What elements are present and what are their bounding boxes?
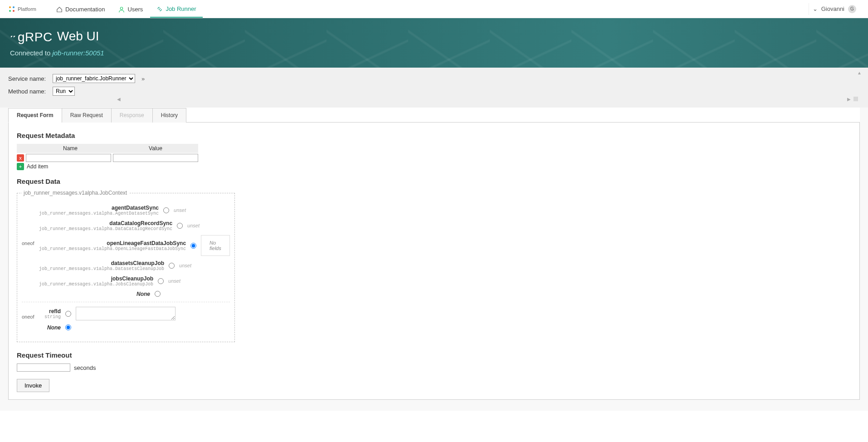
connected-address: job-runner:50051: [52, 49, 104, 57]
radio-none-2[interactable]: [65, 324, 71, 330]
svg-point-4: [121, 7, 123, 9]
metadata-col-name: Name: [28, 144, 113, 153]
method-name-label: Method name:: [8, 88, 48, 95]
add-item-label: Add item: [27, 163, 48, 170]
radio-none-1[interactable]: [155, 291, 161, 297]
radio-jobs-cleanup[interactable]: [158, 278, 164, 284]
scroll-thumb[interactable]: [853, 97, 858, 101]
grpc-logo: gRPC: [10, 30, 53, 44]
option-value: unset: [179, 263, 191, 268]
tab-request-form[interactable]: Request Form: [8, 108, 62, 123]
option-value: unset: [174, 207, 186, 213]
tab-response: Response: [111, 108, 153, 123]
user-name: Giovanni: [821, 5, 844, 12]
method-name-select[interactable]: Run: [53, 87, 75, 96]
user-icon: [118, 6, 125, 13]
brand[interactable]: Platform: [8, 5, 36, 13]
remove-row-button[interactable]: x: [17, 154, 24, 162]
link-icon: [156, 6, 163, 12]
brand-label: Platform: [18, 6, 36, 12]
option-value: unset: [168, 278, 180, 284]
avatar: G: [848, 5, 856, 13]
panel-request-form: Request Metadata Name Value x + Add item…: [8, 123, 860, 400]
controls: ▲ Service name: job_runner_fabric.JobRun…: [0, 68, 868, 108]
page-subtitle: Web UI: [57, 29, 99, 44]
request-data-title: Request Data: [17, 177, 851, 185]
request-metadata-title: Request Metadata: [17, 132, 851, 139]
oneof-group-2: oneof refId string None: [22, 302, 230, 335]
home-icon: [56, 6, 63, 13]
nav-label: Job Runner: [166, 5, 196, 12]
option-datasets-cleanup-job: datasetsCleanupJob job_runner_messages.v…: [39, 260, 230, 271]
service-name-label: Service name:: [8, 75, 48, 82]
oneof-label: oneof: [22, 204, 35, 246]
hscroll[interactable]: ◀ ▶: [8, 99, 860, 104]
nav-item-users[interactable]: Users: [112, 0, 149, 18]
scroll-up-icon[interactable]: ▲: [857, 70, 862, 75]
metadata-table: Name Value x + Add item: [17, 144, 198, 170]
metadata-col-value: Value: [113, 144, 198, 153]
timeout-row: seconds: [17, 363, 851, 372]
ref-id-input[interactable]: [76, 307, 176, 320]
option-data-catalog-record-sync: dataCatalogRecordSync job_runner_message…: [39, 220, 230, 231]
topbar: Platform Documentation Users Job Runner …: [0, 0, 868, 18]
chevron-down-icon: ⌄: [813, 5, 818, 12]
option-agent-dataset-sync: agentDatasetSync job_runner_messages.v1a…: [39, 204, 230, 216]
user-menu[interactable]: ⌄ Giovanni G: [809, 3, 860, 15]
oneof-group-1: oneof agentDatasetSync job_runner_messag…: [22, 200, 230, 302]
page-title: gRPC Web UI: [10, 29, 858, 44]
add-row-button[interactable]: +: [17, 163, 24, 170]
metadata-value-input[interactable]: [113, 154, 198, 162]
service-name-select[interactable]: job_runner_fabric.JobRunner: [53, 74, 135, 83]
option-none-2: None: [39, 324, 230, 331]
option-none-1: None: [39, 290, 230, 297]
radio-ref-id[interactable]: [65, 311, 71, 317]
add-item-row[interactable]: + Add item: [17, 163, 198, 170]
nav-item-job-runner[interactable]: Job Runner: [150, 0, 202, 18]
metadata-name-input[interactable]: [26, 154, 111, 162]
invoke-button[interactable]: Invoke: [17, 379, 49, 392]
content: Request Form Raw Request Response Histor…: [0, 108, 868, 411]
connected-status: Connected to job-runner:50051: [10, 49, 858, 57]
tabs: Request Form Raw Request Response Histor…: [8, 108, 860, 123]
oneof-label: oneof: [22, 307, 35, 319]
radio-open-lineage[interactable]: [190, 243, 196, 249]
svg-point-1: [13, 6, 15, 8]
option-ref-id: refId string: [39, 307, 230, 320]
tab-history[interactable]: History: [152, 108, 186, 123]
metadata-row: x: [17, 153, 198, 163]
nav-label: Documentation: [65, 6, 105, 13]
tab-raw-request[interactable]: Raw Request: [62, 108, 112, 123]
scroll-right-icon[interactable]: ▶: [847, 97, 851, 102]
banner: gRPC Web UI Connected to job-runner:5005…: [0, 18, 868, 68]
radio-data-catalog-record-sync[interactable]: [177, 223, 183, 229]
timeout-unit: seconds: [74, 364, 96, 371]
request-data-fieldset: job_runner_messages.v1alpha.JobContext o…: [17, 190, 235, 342]
option-value: No fields: [201, 235, 230, 256]
platform-icon: [8, 5, 15, 13]
radio-datasets-cleanup[interactable]: [169, 263, 175, 269]
radio-agent-dataset-sync[interactable]: [163, 207, 169, 213]
svg-point-3: [13, 10, 15, 12]
timeout-input[interactable]: [17, 363, 70, 372]
metadata-header: Name Value: [17, 144, 198, 153]
option-open-lineage-fast-data-job-sync: openLineageFastDataJobSync job_runner_me…: [39, 235, 230, 256]
svg-point-0: [9, 6, 11, 8]
expand-icon[interactable]: »: [140, 75, 146, 82]
scroll-left-icon[interactable]: ◀: [117, 97, 121, 102]
option-jobs-cleanup-job: jobsCleanupJob job_runner_messages.v1alp…: [39, 275, 230, 287]
request-timeout-title: Request Timeout: [17, 351, 851, 359]
request-data-legend: job_runner_messages.v1alpha.JobContext: [22, 190, 129, 196]
grpc-icon: [10, 35, 16, 41]
option-value: unset: [187, 223, 200, 228]
svg-point-2: [9, 10, 11, 12]
nav-label: Users: [127, 6, 143, 13]
nav-item-documentation[interactable]: Documentation: [50, 0, 111, 18]
nav: Documentation Users Job Runner: [50, 0, 203, 18]
